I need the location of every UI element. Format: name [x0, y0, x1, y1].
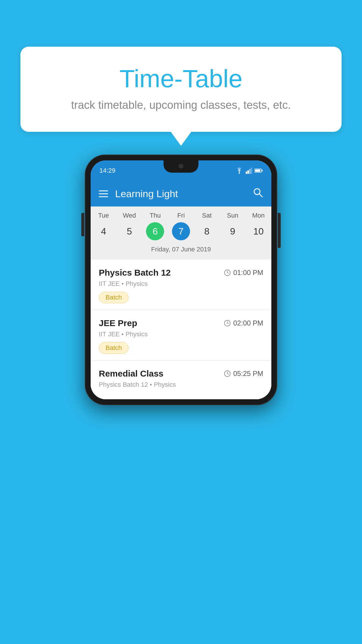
app-header: Learning Light — [91, 181, 271, 206]
svg-rect-7 — [262, 170, 263, 172]
item-2-time: 02:00 PM — [224, 319, 263, 327]
day-label-thu: Thu — [142, 212, 168, 219]
item-3-header: Remedial Class 05:25 PM — [99, 369, 263, 379]
item-1-sub: IIT JEE • Physics — [99, 280, 263, 288]
bubble-subtitle: track timetable, upcoming classes, tests… — [44, 99, 318, 111]
day-label-sat: Sat — [194, 212, 220, 219]
svg-line-12 — [227, 273, 229, 273]
phone-screen: 14:29 — [91, 160, 271, 399]
svg-rect-4 — [251, 167, 252, 174]
item-3-sub: Physics Batch 12 • Physics — [99, 381, 263, 388]
day-label-fri: Fri — [168, 212, 194, 219]
notch — [164, 160, 198, 173]
item-3-title: Remedial Class — [99, 369, 164, 379]
status-time: 14:29 — [99, 167, 115, 174]
clock-icon-3 — [224, 370, 231, 377]
phone-body: 14:29 — [85, 155, 277, 405]
item-3-time: 05:25 PM — [224, 370, 263, 378]
item-2-header: JEE Prep 02:00 PM — [99, 318, 263, 328]
item-1-time: 01:00 PM — [224, 269, 263, 277]
day-9[interactable]: 9 — [220, 222, 246, 240]
status-bar: 14:29 — [91, 160, 271, 181]
app-title: Learning Light — [115, 188, 178, 200]
speech-bubble-section: Time-Table track timetable, upcoming cla… — [20, 47, 342, 132]
item-1-header: Physics Batch 12 01:00 PM — [99, 268, 263, 278]
svg-line-9 — [259, 194, 262, 197]
menu-icon[interactable] — [99, 190, 108, 197]
day-label-sun: Sun — [220, 212, 246, 219]
day-6-today[interactable]: 6 — [146, 222, 164, 240]
phone-mockup: 14:29 — [85, 155, 277, 405]
signal-icon — [246, 167, 252, 174]
day-numbers: 4 5 6 7 8 9 10 — [91, 222, 271, 240]
battery-icon — [254, 168, 263, 173]
item-1-badge: Batch — [99, 292, 129, 303]
day-4[interactable]: 4 — [91, 222, 117, 240]
item-2-title: JEE Prep — [99, 318, 137, 328]
speech-bubble: Time-Table track timetable, upcoming cla… — [20, 47, 342, 132]
camera — [179, 164, 183, 169]
selected-date: Friday, 07 June 2019 — [91, 243, 271, 257]
item-2-badge: Batch — [99, 342, 129, 354]
schedule-item-1[interactable]: Physics Batch 12 01:00 PM IIT JEE • Phys… — [91, 260, 271, 310]
item-2-sub: IIT JEE • Physics — [99, 330, 263, 338]
day-8[interactable]: 8 — [194, 222, 220, 240]
schedule-item-3[interactable]: Remedial Class 05:25 PM Physics Batch 12… — [91, 360, 271, 399]
day-label-tue: Tue — [91, 212, 117, 219]
schedule-list: Physics Batch 12 01:00 PM IIT JEE • Phys… — [91, 260, 271, 399]
svg-line-18 — [227, 374, 229, 374]
clock-icon-2 — [224, 320, 231, 327]
day-10[interactable]: 10 — [245, 222, 271, 240]
day-7-selected[interactable]: 7 — [172, 222, 190, 240]
clock-icon-1 — [224, 269, 231, 276]
calendar-strip: Tue Wed Thu Fri Sat Sun Mon 4 5 6 7 8 9 … — [91, 206, 271, 260]
wifi-icon — [235, 167, 243, 174]
svg-rect-2 — [247, 170, 249, 174]
day-labels: Tue Wed Thu Fri Sat Sun Mon — [91, 212, 271, 219]
day-label-wed: Wed — [117, 212, 143, 219]
svg-line-15 — [227, 323, 229, 324]
svg-rect-6 — [255, 169, 260, 172]
day-label-mon: Mon — [245, 212, 271, 219]
status-icons — [235, 167, 263, 174]
day-5[interactable]: 5 — [117, 222, 143, 240]
search-button[interactable] — [253, 187, 263, 200]
header-left: Learning Light — [99, 188, 178, 200]
bubble-title: Time-Table — [44, 64, 318, 93]
item-1-title: Physics Batch 12 — [99, 268, 171, 278]
svg-rect-3 — [249, 169, 251, 174]
schedule-item-2[interactable]: JEE Prep 02:00 PM IIT JEE • Physics Batc… — [91, 310, 271, 360]
svg-rect-1 — [246, 172, 247, 174]
svg-point-0 — [239, 173, 240, 174]
